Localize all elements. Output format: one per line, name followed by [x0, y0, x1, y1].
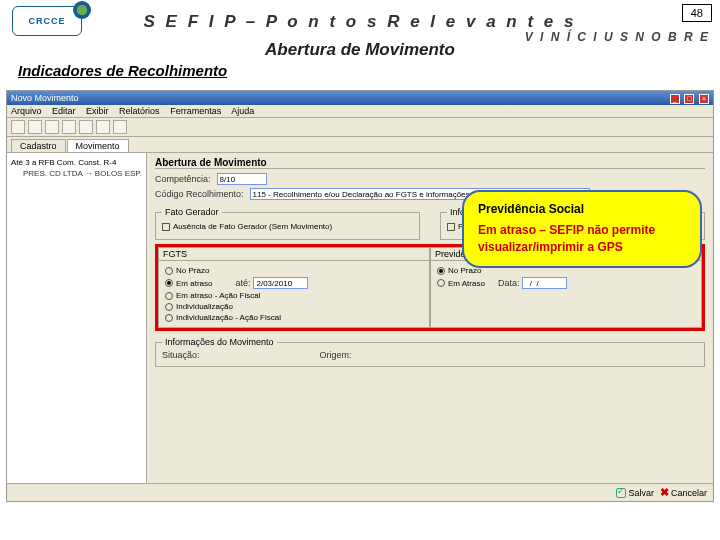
competencia-input[interactable]: [217, 173, 267, 185]
prev-em-atraso[interactable]: Em Atraso Data:: [437, 277, 695, 289]
toolbar-button-1[interactable]: [11, 120, 25, 134]
cancel-button[interactable]: ✖ Cancelar: [660, 486, 707, 499]
callout-balloon: Previdência Social Em atraso – SEFIP não…: [462, 190, 702, 268]
save-button[interactable]: Salvar: [616, 488, 654, 498]
ate-label: até:: [235, 278, 250, 288]
callout-body: Em atraso – SEFIP não permite visualizar…: [478, 222, 686, 256]
check-icon: [616, 488, 626, 498]
fato-checkbox-row[interactable]: Ausência de Fato Gerador (Sem Movimento): [162, 222, 413, 231]
window-titlebar: Novo Movimento _ □ ×: [7, 91, 713, 105]
callout-title: Previdência Social: [478, 202, 686, 216]
logo-crcce: CRCCE: [12, 6, 92, 46]
tab-cadastro[interactable]: Cadastro: [11, 139, 66, 152]
tree-root[interactable]: Até 3 a RFB Com. Const. R-4: [11, 157, 142, 168]
fgts-no-prazo[interactable]: No Prazo: [165, 266, 423, 275]
competencia-label: Competência:: [155, 174, 211, 184]
fato-cb-label: Ausência de Fato Gerador (Sem Movimento): [173, 222, 332, 231]
slide-title: S E F I P – P o n t o s R e l e v a n t …: [12, 12, 708, 32]
restore-icon[interactable]: □: [684, 94, 694, 104]
fgts-individ-fiscal[interactable]: Individualização - Ação Fiscal: [165, 313, 423, 322]
situacao-label: Situação:: [162, 350, 200, 360]
toolbar-button-7[interactable]: [113, 120, 127, 134]
origem-label: Origem:: [320, 350, 352, 360]
toolbar-button-5[interactable]: [79, 120, 93, 134]
status-bar: Salvar ✖ Cancelar: [7, 483, 713, 501]
tab-strip: Cadastro Movimento: [7, 137, 713, 153]
fgts-panel: FGTS No Prazo Em atraso até: Em atraso -…: [158, 247, 430, 328]
fgts-title: FGTS: [159, 248, 429, 261]
fgts-acao-fiscal[interactable]: Em atraso - Ação Fiscal: [165, 291, 423, 300]
menu-ferramentas[interactable]: Ferramentas: [170, 106, 221, 116]
info-mov-legend: Informações do Movimento: [162, 337, 277, 347]
checkbox-icon: [447, 223, 455, 231]
tab-movimento[interactable]: Movimento: [67, 139, 129, 152]
toolbar-button-4[interactable]: [62, 120, 76, 134]
prev-data-label: Data:: [498, 278, 520, 288]
section-label: Indicadores de Recolhimento: [18, 62, 708, 79]
tree-child[interactable]: PRES. CD LTDA → BOLOS ESP.: [23, 168, 142, 179]
fato-gerador-fieldset: Fato Gerador Ausência de Fato Gerador (S…: [155, 207, 420, 240]
codigo-label: Código Recolhimento:: [155, 189, 244, 199]
page-number: 48: [682, 4, 712, 22]
toolbar: [7, 118, 713, 137]
toolbar-button-6[interactable]: [96, 120, 110, 134]
menu-ajuda[interactable]: Ajuda: [231, 106, 254, 116]
menu-relatorios[interactable]: Relatórios: [119, 106, 160, 116]
window-title: Novo Movimento: [11, 93, 79, 103]
ate-input[interactable]: [253, 277, 308, 289]
toolbar-button-3[interactable]: [45, 120, 59, 134]
toolbar-button-2[interactable]: [28, 120, 42, 134]
slide-header: CRCCE S E F I P – P o n t o s R e l e v …: [0, 0, 720, 90]
fato-legend: Fato Gerador: [162, 207, 222, 217]
app-window: Novo Movimento _ □ × Arquivo Editar Exib…: [6, 90, 714, 502]
menu-editar[interactable]: Editar: [52, 106, 76, 116]
menu-arquivo[interactable]: Arquivo: [11, 106, 42, 116]
author-name: V I N Í C I U S N O B R E: [525, 30, 710, 44]
menu-exibir[interactable]: Exibir: [86, 106, 109, 116]
fgts-em-atraso[interactable]: Em atraso até:: [165, 277, 423, 289]
menu-bar: Arquivo Editar Exibir Relatórios Ferrame…: [7, 105, 713, 118]
x-icon: ✖: [660, 486, 669, 499]
prev-data-input[interactable]: [522, 277, 567, 289]
close-icon[interactable]: ×: [699, 94, 709, 104]
tree-panel[interactable]: Até 3 a RFB Com. Const. R-4 PRES. CD LTD…: [7, 153, 147, 493]
checkbox-icon: [162, 223, 170, 231]
info-movimento-fieldset: Informações do Movimento Situação: Orige…: [155, 337, 705, 367]
fgts-individualizacao[interactable]: Individualização: [165, 302, 423, 311]
panel-title: Abertura de Movimento: [155, 157, 705, 169]
minimize-icon[interactable]: _: [670, 94, 680, 104]
window-controls: _ □ ×: [668, 93, 709, 104]
